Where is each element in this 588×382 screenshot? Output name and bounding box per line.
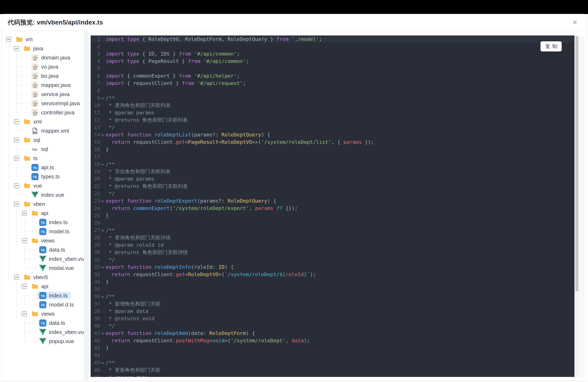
tree-item-xml[interactable]: xml (21, 118, 44, 126)
ts-icon: TS (39, 228, 47, 235)
tree-item-ts[interactable]: ts (21, 154, 41, 162)
code-text: * 导出角色和部门关联列表 (105, 168, 170, 175)
tree-item-popup-vue[interactable]: popup.vue (37, 337, 77, 345)
tree-item-controller-java[interactable]: controller.java (29, 109, 77, 116)
tree-guide-line (9, 135, 9, 145)
line-number: 11 (91, 109, 100, 116)
tree-item-data-ts[interactable]: TSdata.ts (37, 319, 68, 327)
fold-gutter (100, 234, 105, 241)
tree-item-index-ts[interactable]: TSindex.ts (37, 218, 71, 226)
line-number: 37 (91, 300, 100, 307)
tree-guide-line (9, 227, 9, 236)
tree-row: TSapi.ts (2, 163, 84, 172)
tree-scrollbar[interactable] (84, 31, 89, 380)
tree-item-label: ts (33, 155, 38, 161)
tree-item-index-vue[interactable]: index.vue (29, 191, 67, 199)
tree-collapse-toggle[interactable] (14, 202, 19, 207)
tree-item-index-ts[interactable]: TSindex.ts (37, 292, 71, 299)
tree-item-index-vben-vue[interactable]: index_vben.vue (37, 328, 84, 336)
tree-collapse-toggle[interactable] (14, 46, 19, 51)
tree-collapse-toggle[interactable] (14, 138, 19, 143)
line-number: 3 (91, 50, 100, 58)
code-text: return requestClient.get<RoleDeptVO>(`/s… (105, 271, 316, 278)
tree-item-sql[interactable]: SQLsql (29, 145, 51, 153)
code-line: 26 (91, 219, 574, 227)
copy-button[interactable]: 复制 (541, 41, 562, 51)
tree-item-index-vben-vue[interactable]: index_vben.vue (37, 255, 84, 263)
tree-item-vo-java[interactable]: vo.java (29, 63, 61, 71)
tree-item-sql[interactable]: sql (21, 136, 43, 144)
fold-chevron-icon[interactable] (100, 227, 105, 234)
fold-chevron-icon[interactable] (100, 330, 105, 337)
tree-collapse-toggle[interactable] (14, 183, 19, 188)
tree-collapse-toggle[interactable] (14, 156, 19, 161)
fold-chevron-icon[interactable] (100, 359, 105, 366)
fold-chevron-icon[interactable] (100, 160, 105, 168)
tree-item-model-d-ts[interactable]: TSmodel.d.ts (37, 301, 77, 309)
tree-item-vue[interactable]: vue (21, 182, 45, 190)
folder-icon (23, 201, 31, 207)
tree-item-service-java[interactable]: service.java (29, 90, 73, 98)
tree-item-label: index.ts (49, 293, 68, 299)
tree-guide-line (9, 245, 9, 255)
tree-item-modal-vue[interactable]: modal.vue (37, 264, 77, 272)
tree-row: TSindex.ts (2, 218, 84, 227)
tree-item-serviceimpl-java[interactable]: serviceImpl.java (29, 100, 83, 107)
modal-body-scrollbar[interactable] (580, 35, 584, 377)
tree-item-java[interactable]: java (21, 45, 46, 52)
fold-chevron-icon[interactable] (100, 94, 105, 102)
tree-item-vben[interactable]: vben (21, 200, 48, 208)
close-icon[interactable]: × (569, 17, 581, 28)
fold-chevron-icon[interactable] (100, 263, 105, 271)
tree-item-model-ts[interactable]: TSmodel.ts (37, 228, 72, 235)
tree-collapse-toggle[interactable] (22, 211, 27, 216)
tree-item-bo-java[interactable]: bo.java (29, 72, 62, 80)
tree-connector (24, 300, 25, 305)
fold-chevron-icon[interactable] (100, 131, 105, 138)
fold-chevron-icon[interactable] (100, 293, 105, 300)
tree-item-types-ts[interactable]: TStypes.ts (29, 173, 63, 181)
tree-item-api[interactable]: api (29, 282, 51, 290)
code-text: /** (105, 227, 115, 234)
tree-guide-line (17, 218, 17, 227)
code-text: } (105, 212, 109, 219)
tree-row: api (2, 282, 84, 291)
tree-item-vm[interactable]: vm (13, 35, 36, 43)
tree-item-domain-java[interactable]: domain.java (29, 54, 73, 62)
tree-collapse-toggle[interactable] (22, 284, 27, 289)
file-tree: vmjavadomain.javavo.javabo.javamapper.ja… (2, 31, 84, 380)
tree-item-vben5[interactable]: vben5 (21, 273, 51, 281)
code-text: import { requestClient } from '#/api/req… (105, 80, 246, 87)
fold-gutter (100, 183, 105, 190)
tree-item-api-ts[interactable]: TSapi.ts (29, 164, 57, 171)
code-scrollbar[interactable] (575, 35, 579, 377)
tree-collapse-toggle[interactable] (14, 119, 19, 124)
tree-item-mapper-xml[interactable]: XMLmapper.xml (29, 127, 72, 135)
code-text: * @param data (105, 374, 148, 377)
tree-item-data-ts[interactable]: TSdata.ts (37, 246, 68, 254)
java-icon (31, 109, 39, 116)
fold-chevron-icon[interactable] (100, 197, 105, 205)
tree-item-views[interactable]: views (29, 310, 58, 318)
tree-item-api[interactable]: api (29, 209, 51, 217)
tree-collapse-toggle[interactable] (22, 238, 27, 243)
code-line: 18/** (91, 160, 574, 168)
java-icon (31, 72, 39, 80)
code-line: 42 return requestClient.postWithMsg<void… (91, 337, 574, 344)
fold-gutter (100, 374, 105, 377)
tree-item-views[interactable]: views (29, 237, 58, 245)
tree-collapse-toggle[interactable] (6, 37, 11, 42)
code-scrollbar-thumb[interactable] (575, 36, 578, 292)
line-number: 4 (91, 58, 100, 65)
tree-collapse-toggle[interactable] (14, 275, 19, 280)
fold-gutter (100, 205, 105, 212)
tree-item-label: vm (25, 36, 33, 42)
xml-icon: XML (31, 127, 39, 134)
tree-item-mapper-java[interactable]: mapper.java (29, 81, 74, 89)
ts-icon: TS (39, 292, 47, 299)
page-background (0, 0, 588, 14)
tree-collapse-toggle[interactable] (22, 311, 27, 316)
tree-guide-line (9, 199, 9, 209)
java-icon (31, 54, 39, 61)
line-number: 38 (91, 307, 100, 315)
